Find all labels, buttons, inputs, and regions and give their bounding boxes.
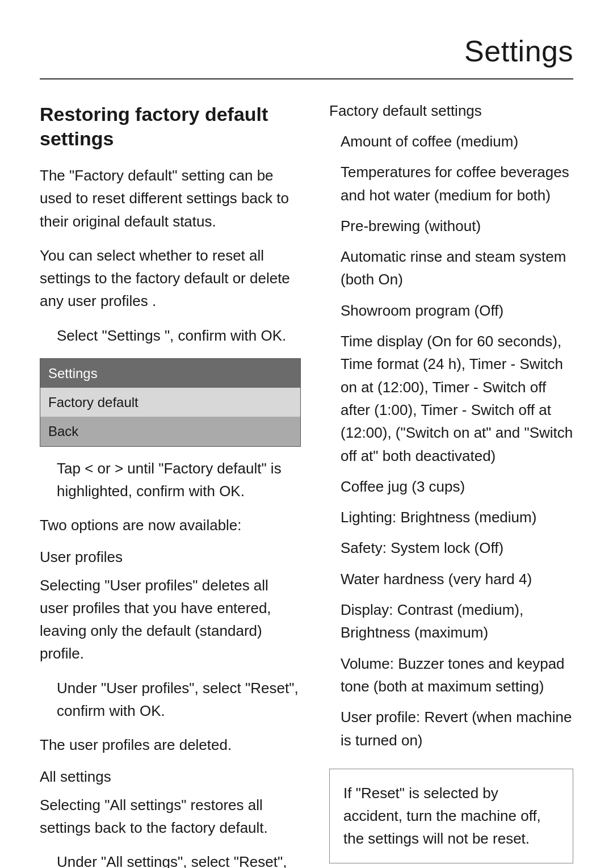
- menu-item-factory-default[interactable]: Factory default: [40, 388, 300, 417]
- menu-box: Settings Factory default Back: [40, 358, 301, 447]
- tap-instruction: Tap < or > until "Factory default" is hi…: [40, 457, 301, 503]
- right-item: Amount of coffee (medium): [329, 130, 573, 153]
- section-heading: Restoring factory default settings: [40, 102, 301, 150]
- right-items-list: Amount of coffee (medium)Temperatures fo…: [329, 130, 573, 752]
- top-divider: [40, 78, 573, 79]
- paragraph1: The "Factory default" setting can be use…: [40, 164, 301, 233]
- right-column: Factory default settings Amount of coffe…: [329, 102, 573, 863]
- right-item: User profile: Revert (when machine is tu…: [329, 706, 573, 752]
- right-item: Display: Contrast (medium), Brightness (…: [329, 598, 573, 644]
- menu-item-settings[interactable]: Settings: [40, 359, 300, 388]
- all-settings-desc: Selecting "All settings" restores all se…: [40, 794, 301, 840]
- right-item: Temperatures for coffee beverages and ho…: [329, 161, 573, 207]
- right-item: Lighting: Brightness (medium): [329, 506, 573, 529]
- subheading-user-profiles: User profiles: [40, 548, 301, 566]
- right-item: Safety: System lock (Off): [329, 536, 573, 559]
- two-column-layout: Restoring factory default settings The "…: [40, 102, 573, 868]
- menu-item-back[interactable]: Back: [40, 417, 300, 446]
- right-item: Coffee jug (3 cups): [329, 475, 573, 498]
- right-item: Volume: Buzzer tones and keypad tone (bo…: [329, 652, 573, 698]
- right-item: Showroom program (Off): [329, 299, 573, 322]
- paragraph2: You can select whether to reset all sett…: [40, 244, 301, 313]
- user-profiles-result: The user profiles are deleted.: [40, 733, 301, 756]
- right-item: Automatic rinse and steam system (both O…: [329, 245, 573, 291]
- page-container: Settings Restoring factory default setti…: [0, 0, 613, 868]
- user-profiles-instruction: Under "User profiles", select "Reset", c…: [40, 677, 301, 723]
- two-options: Two options are now available:: [40, 514, 301, 536]
- right-item: Pre-brewing (without): [329, 215, 573, 237]
- select-instruction: Select "Settings ", confirm with OK.: [40, 324, 301, 347]
- right-column-heading: Factory default settings: [329, 102, 573, 120]
- info-box: If "Reset" is selected by accident, turn…: [329, 769, 573, 863]
- right-item: Time display (On for 60 seconds), Time f…: [329, 330, 573, 467]
- page-title: Settings: [40, 34, 573, 68]
- left-column: Restoring factory default settings The "…: [40, 102, 301, 868]
- right-item: Water hardness (very hard 4): [329, 568, 573, 590]
- subheading-all-settings: All settings: [40, 768, 301, 786]
- all-settings-instruction: Under "All settings", select "Reset", co…: [40, 850, 301, 868]
- user-profiles-desc: Selecting "User profiles" deletes all us…: [40, 574, 301, 665]
